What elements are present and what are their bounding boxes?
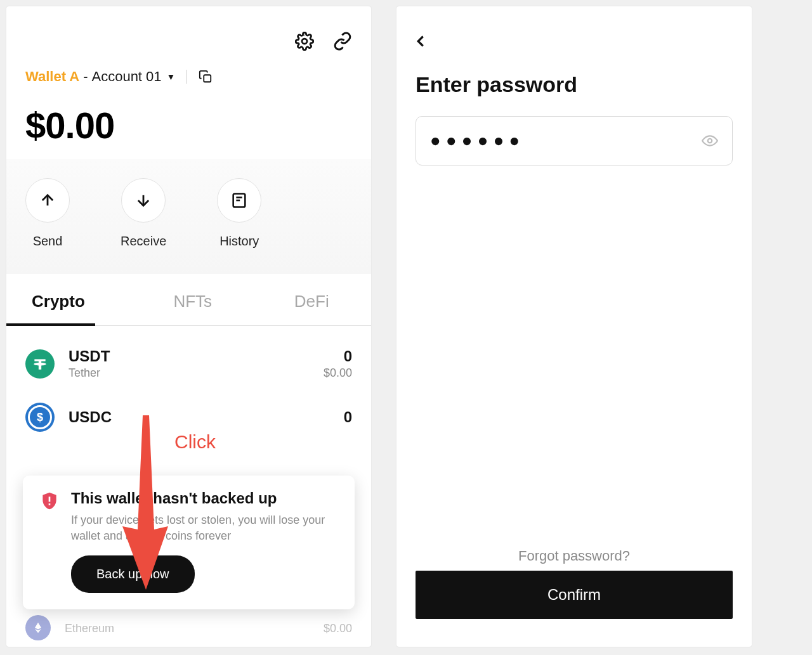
svg-point-5 <box>708 139 712 143</box>
asset-quantity: 0 <box>324 347 352 365</box>
svg-point-0 <box>302 39 307 44</box>
asset-symbol: USDT <box>69 347 324 365</box>
action-panel: Send Receive History <box>6 159 371 274</box>
asset-quantity: 0 <box>344 408 352 426</box>
asset-name: Ethereum <box>65 622 114 635</box>
asset-row-usdt[interactable]: USDT Tether 0 $0.00 <box>25 336 352 391</box>
eth-icon <box>25 615 51 640</box>
asset-symbol: USDC <box>69 408 344 426</box>
asset-name: Tether <box>69 366 324 380</box>
arrow-up-icon <box>39 191 56 209</box>
topbar <box>6 6 371 57</box>
link-icon[interactable] <box>333 32 352 51</box>
backup-description: If your device gets lost or stolen, you … <box>71 512 338 544</box>
tab-nfts[interactable]: NFTs <box>133 275 252 325</box>
asset-fiat: $0.00 <box>324 366 352 380</box>
asset-tabs: Crypto NFTs DeFi <box>6 275 371 326</box>
receive-button[interactable]: Receive <box>121 178 166 249</box>
wallet-home-screen: Wallet A - Account 01 ▼ $0.00 Send Recei… <box>6 6 371 647</box>
asset-row-eth-partial[interactable]: Ethereum $0.00 <box>25 615 352 640</box>
page-title: Enter password <box>396 51 752 116</box>
backup-title: This wallet hasn't backed up <box>71 490 338 507</box>
back-icon[interactable] <box>411 32 733 51</box>
asset-row-usdc[interactable]: $ USDC 0 <box>25 391 352 443</box>
history-icon <box>230 191 248 209</box>
asset-fiat: $0.00 <box>324 622 352 635</box>
usdc-icon: $ <box>25 403 55 432</box>
forgot-password-link[interactable]: Forgot password? <box>396 548 752 564</box>
balance-value: $0.00 <box>6 85 371 159</box>
copy-icon[interactable] <box>199 70 213 84</box>
chevron-down-icon: ▼ <box>167 72 176 82</box>
password-mask: ●●●●●● <box>430 131 702 151</box>
backup-warning-card: This wallet hasn't backed up If your dev… <box>23 476 355 609</box>
svg-rect-3 <box>49 496 51 502</box>
backup-now-button[interactable]: Back up now <box>71 555 195 593</box>
account-name: Account 01 <box>91 68 161 85</box>
enter-password-screen: Enter password ●●●●●● Forgot password? C… <box>396 6 752 647</box>
account-selector[interactable]: Wallet A - Account 01 ▼ <box>6 57 371 85</box>
gear-icon[interactable] <box>295 32 314 51</box>
usdt-icon <box>25 349 55 379</box>
password-input[interactable]: ●●●●●● <box>416 116 733 165</box>
svg-rect-1 <box>204 75 211 82</box>
confirm-button[interactable]: Confirm <box>416 571 733 619</box>
send-button[interactable]: Send <box>25 178 70 249</box>
shield-alert-icon <box>39 491 60 593</box>
history-button[interactable]: History <box>217 178 261 249</box>
arrow-down-icon <box>134 191 152 209</box>
tab-crypto[interactable]: Crypto <box>6 275 133 325</box>
tab-defi[interactable]: DeFi <box>252 275 372 325</box>
svg-rect-4 <box>49 503 51 505</box>
asset-list: USDT Tether 0 $0.00 $ USDC 0 <box>6 326 371 443</box>
eye-icon[interactable] <box>702 133 718 149</box>
wallet-name: Wallet A <box>25 68 79 85</box>
